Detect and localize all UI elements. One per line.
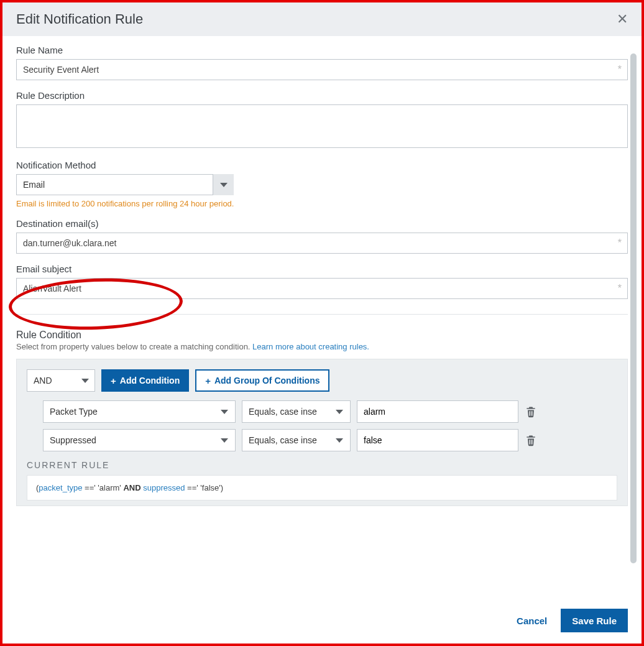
condition-value-input-wrap (357, 400, 518, 423)
chevron-down-icon[interactable] (329, 430, 350, 451)
notification-method-warning: Email is limited to 200 notifications pe… (16, 199, 628, 208)
rule-description-field: Rule Description (16, 90, 628, 150)
add-condition-button[interactable]: + Add Condition (101, 369, 189, 392)
cr-eq2: ==' 'false') (185, 483, 223, 492)
condition-operator-select[interactable]: Equals, case inse (242, 429, 351, 451)
rule-name-label: Rule Name (16, 45, 628, 55)
destination-emails-input[interactable] (16, 233, 628, 254)
rule-description-input[interactable] (16, 104, 628, 148)
dialog-body: Rule Name Rule Description Notification … (2, 36, 642, 598)
condition-operator-select[interactable]: Equals, case inse (242, 400, 351, 423)
cancel-button[interactable]: Cancel (517, 616, 547, 626)
add-condition-label: Add Condition (120, 376, 180, 385)
cr-and: AND (123, 483, 140, 492)
trash-icon[interactable] (525, 405, 537, 418)
notification-method-select[interactable]: Email (16, 174, 234, 195)
rule-name-field: Rule Name (16, 45, 628, 80)
chevron-down-icon[interactable] (214, 401, 235, 422)
condition-rows: Packet Type Equals, case inse (27, 400, 617, 451)
rule-condition-subtext-text: Select from property values below to cre… (16, 342, 252, 351)
cr-key2: suppressed (141, 483, 185, 492)
save-rule-button[interactable]: Save Rule (561, 609, 628, 632)
notification-method-field: Notification Method Email Email is limit… (16, 160, 628, 208)
current-rule-box: (packet_type ==' 'alarm' AND suppressed … (27, 475, 617, 501)
add-group-label: Add Group Of Conditions (214, 376, 320, 385)
chevron-down-icon[interactable] (76, 370, 94, 391)
condition-property-value: Suppressed (44, 430, 235, 451)
chevron-down-icon[interactable] (214, 430, 235, 451)
condition-property-select[interactable]: Packet Type (43, 400, 236, 423)
condition-row: Packet Type Equals, case inse (43, 400, 617, 423)
condition-property-value: Packet Type (44, 401, 235, 422)
notification-method-value: Email (16, 174, 234, 195)
condition-row: Suppressed Equals, case inse (43, 429, 617, 451)
rule-name-input[interactable] (16, 59, 628, 80)
cr-key1: packet_type (39, 483, 82, 492)
rule-description-label: Rule Description (16, 90, 628, 101)
divider (16, 314, 628, 315)
condition-property-select[interactable]: Suppressed (43, 429, 236, 451)
email-subject-field: Email subject (16, 264, 628, 299)
trash-icon[interactable] (525, 433, 537, 447)
condition-toolbar: AND + Add Condition + Add Group Of Condi… (27, 369, 617, 392)
logic-operator-select[interactable]: AND (27, 369, 95, 392)
current-rule-heading: CURRENT RULE (27, 460, 617, 470)
plus-icon: + (205, 376, 211, 386)
chevron-down-icon[interactable] (329, 401, 350, 422)
destination-emails-label: Destination email(s) (16, 218, 628, 229)
condition-value-input[interactable] (357, 401, 518, 422)
edit-notification-rule-dialog: Edit Notification Rule ✕ Rule Name Rule … (2, 2, 642, 644)
add-group-button[interactable]: + Add Group Of Conditions (195, 369, 329, 392)
close-icon[interactable]: ✕ (617, 11, 628, 27)
chevron-down-icon[interactable] (213, 174, 234, 195)
rule-condition-panel: AND + Add Condition + Add Group Of Condi… (16, 359, 628, 506)
destination-emails-field: Destination email(s) (16, 218, 628, 254)
dialog-footer: Cancel Save Rule (2, 598, 642, 644)
dialog-header: Edit Notification Rule ✕ (2, 2, 642, 36)
dialog-title: Edit Notification Rule (16, 11, 143, 27)
rule-condition-heading: Rule Condition (16, 330, 628, 341)
rule-condition-subtext: Select from property values below to cre… (16, 342, 628, 351)
plus-icon: + (111, 376, 116, 386)
condition-value-input[interactable] (357, 430, 518, 451)
condition-value-input-wrap (357, 429, 518, 451)
email-subject-label: Email subject (16, 264, 628, 274)
email-subject-input[interactable] (16, 278, 628, 299)
notification-method-label: Notification Method (16, 160, 628, 170)
learn-more-link[interactable]: Learn more about creating rules. (252, 342, 369, 351)
cr-eq1: ==' 'alarm' (82, 483, 123, 492)
